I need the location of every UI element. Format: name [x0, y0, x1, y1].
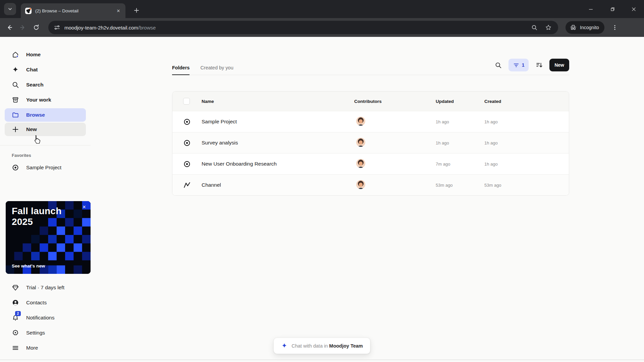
sidebar-item-label: Browse [26, 112, 45, 118]
table-row[interactable]: Channel 53m ago 53m ago [172, 174, 569, 195]
reload-button[interactable] [30, 21, 42, 34]
row-created: 1h ago [484, 119, 569, 124]
filter-count: 1 [522, 62, 525, 68]
close-window-button[interactable] [628, 3, 639, 15]
project-icon [183, 118, 191, 126]
new-folder-button[interactable]: New [549, 59, 569, 71]
restore-icon [610, 7, 615, 12]
url-text: moodjoy-team-2h2v.dovetail.com/browse [64, 25, 156, 31]
select-all-checkbox[interactable] [183, 98, 190, 105]
sidebar-item-more[interactable]: More [0, 340, 91, 355]
sidebar-item-contacts[interactable]: Contacts [0, 295, 91, 310]
home-icon [11, 51, 19, 59]
table-row[interactable]: Survey analysis 1h ago 1h ago [172, 132, 569, 153]
restore-button[interactable] [606, 3, 618, 15]
bookmark-button[interactable] [544, 23, 553, 32]
archive-icon [11, 96, 19, 104]
dovetail-app: Home Chat Search Your work [0, 37, 644, 362]
table-header-row: Name Contributors Updated Created [172, 92, 569, 111]
sidebar-item-label: Your work [26, 97, 51, 103]
row-updated: 7m ago [436, 162, 484, 167]
column-header-name[interactable]: Name [195, 99, 354, 104]
contacts-label: Contacts [26, 300, 47, 306]
banner-title: Fall launch 2025 [12, 206, 62, 227]
site-settings-icon [54, 24, 60, 31]
contributor-avatar [356, 138, 365, 147]
row-updated: 1h ago [436, 119, 484, 124]
minimize-button[interactable] [585, 3, 596, 15]
sidebar-item-notifications[interactable]: 2 Notifications [0, 310, 91, 325]
fall-launch-banner[interactable]: Fall launch 2025 See what's new ✕ [6, 201, 91, 274]
column-header-contributors[interactable]: Contributors [354, 99, 436, 104]
sidebar-item-search[interactable]: Search [0, 77, 91, 92]
star-icon [545, 24, 552, 31]
sidebar-item-home[interactable]: Home [0, 47, 91, 62]
table-row[interactable]: New User Onboarding Research 7m ago 1h a… [172, 153, 569, 174]
sidebar-item-browse[interactable]: Browse [5, 108, 86, 122]
browser-tab[interactable]: (2) Browse – Dovetail ✕ [21, 3, 125, 18]
favorite-item-sample-project[interactable]: Sample Project [0, 160, 91, 175]
window-controls [585, 0, 639, 18]
notifications-label: Notifications [26, 315, 54, 321]
close-icon [631, 7, 636, 12]
tab-folders[interactable]: Folders [172, 65, 190, 75]
incognito-badge: Incognito [566, 21, 604, 34]
sidebar-item-settings[interactable]: Settings [0, 325, 91, 340]
sidebar-item-new[interactable]: New [5, 123, 86, 136]
search-icon [495, 62, 502, 69]
browse-page: Folders Created by you 1 New [91, 37, 644, 362]
plus-icon [11, 125, 19, 133]
search-list-button[interactable] [493, 60, 503, 70]
sort-icon [536, 61, 543, 69]
sidebar-item-your-work[interactable]: Your work [0, 92, 91, 107]
banner-close-icon[interactable]: ✕ [81, 204, 87, 210]
filter-icon [513, 62, 520, 68]
browser-tab-strip: (2) Browse – Dovetail ✕ [0, 0, 644, 18]
browser-menu-button[interactable] [609, 22, 621, 33]
window-bottom-edge [0, 360, 644, 360]
hamburger-icon [11, 344, 19, 352]
sidebar: Home Chat Search Your work [0, 37, 91, 362]
column-header-created[interactable]: Created [484, 99, 569, 104]
chat-with-data-bar[interactable]: Chat with data in Moodjoy Team [273, 338, 370, 354]
address-bar[interactable]: moodjoy-team-2h2v.dovetail.com/browse [48, 21, 558, 34]
view-tabs: Folders Created by you 1 New [172, 37, 569, 75]
row-name[interactable]: Channel [195, 182, 354, 188]
sidebar-item-chat[interactable]: Chat [0, 62, 91, 77]
contacts-icon [11, 299, 19, 307]
chat-bar-text: Chat with data in Moodjoy Team [291, 343, 363, 349]
project-icon [11, 164, 19, 172]
tab-title: (2) Browse – Dovetail [35, 8, 115, 13]
column-header-updated[interactable]: Updated [436, 99, 484, 104]
filter-button[interactable]: 1 [508, 59, 529, 71]
tab-search-button[interactable] [4, 3, 16, 15]
row-name[interactable]: Sample Project [195, 119, 354, 125]
banner-cta-link[interactable]: See what's new [12, 263, 45, 268]
sidebar-divider [0, 145, 91, 145]
sparkle-icon [11, 66, 19, 74]
channel-icon [183, 181, 191, 189]
zoom-page-button[interactable] [530, 23, 539, 32]
back-button[interactable] [3, 21, 15, 34]
tab-created-by-you[interactable]: Created by you [200, 65, 233, 75]
favorite-item-label: Sample Project [26, 165, 61, 171]
folder-icon [11, 111, 19, 119]
notifications-badge: 2 [15, 311, 21, 316]
sidebar-item-trial[interactable]: Trial · 7 days left [0, 280, 91, 295]
new-tab-button[interactable] [131, 5, 142, 15]
minimize-icon [588, 7, 593, 12]
sidebar-item-label: Chat [26, 67, 38, 73]
reload-icon [33, 24, 40, 31]
sparkle-icon [281, 343, 287, 349]
row-updated: 1h ago [436, 140, 484, 145]
row-name[interactable]: New User Onboarding Research [195, 161, 354, 167]
tab-close-icon[interactable]: ✕ [115, 8, 121, 14]
list-controls: 1 New [493, 59, 569, 71]
table-row[interactable]: Sample Project 1h ago 1h ago [172, 111, 569, 132]
sort-button[interactable] [534, 60, 545, 70]
more-label: More [26, 345, 38, 351]
sidebar-item-label: Search [26, 82, 44, 88]
incognito-label: Incognito [580, 25, 599, 30]
row-name[interactable]: Survey analysis [195, 140, 354, 146]
forward-button[interactable] [17, 21, 29, 34]
